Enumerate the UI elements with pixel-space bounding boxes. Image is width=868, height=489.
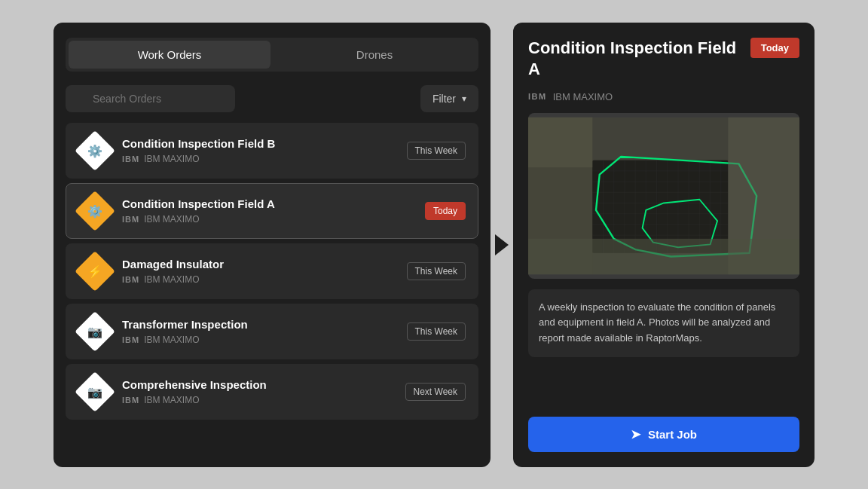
detail-ibm-logo: IBM <box>528 92 547 101</box>
order-item-2[interactable]: ⚡ Damaged Insulator IBM IBM MAXIMO This … <box>66 243 478 299</box>
order-icon-1: ⚙️ <box>78 194 112 228</box>
filter-button[interactable]: Filter ▾ <box>420 85 478 112</box>
detail-source-name: IBM MAXIMO <box>553 91 613 102</box>
order-title-4: Comprehensive Inspection <box>122 378 395 391</box>
order-badge-3: This Week <box>407 322 466 341</box>
order-icon-4: 📷 <box>78 375 112 408</box>
order-badge-1: Today <box>425 202 466 220</box>
gear-icon: ⚙️ <box>87 143 102 157</box>
description: A weekly inspection to evaluate the cond… <box>528 289 799 357</box>
order-item-3[interactable]: 📷 Transformer Inspection IBM IBM MAXIMO … <box>66 304 478 359</box>
order-info-4: Comprehensive Inspection IBM IBM MAXIMO <box>122 378 395 405</box>
svg-rect-28 <box>528 239 799 274</box>
order-title-1: Condition Inspection Field A <box>122 197 414 210</box>
order-item-0[interactable]: ⚙️ Condition Inspection Field B IBM IBM … <box>66 123 478 179</box>
order-item-4[interactable]: 📷 Comprehensive Inspection IBM IBM MAXIM… <box>66 364 478 420</box>
ibm-logo-2: IBM <box>122 275 139 284</box>
order-icon-0: ⚙️ <box>78 134 112 167</box>
ibm-logo-0: IBM <box>122 154 139 164</box>
map-svg <box>528 113 799 279</box>
order-info-2: Damaged Insulator IBM IBM MAXIMO <box>122 258 396 285</box>
order-source-name-3: IBM MAXIMO <box>144 335 199 345</box>
order-source-0: IBM IBM MAXIMO <box>122 154 396 164</box>
left-panel: Work Orders Drones 🔍 Filter ▾ ⚙️ <box>53 23 491 467</box>
map-area <box>528 113 799 279</box>
search-row: 🔍 Filter ▾ <box>66 85 478 112</box>
ibm-logo-4: IBM <box>122 396 139 405</box>
order-info-1: Condition Inspection Field A IBM IBM MAX… <box>122 197 414 225</box>
order-badge-4: Next Week <box>405 383 466 401</box>
order-source-3: IBM IBM MAXIMO <box>122 335 396 345</box>
detail-source: IBM IBM MAXIMO <box>528 91 799 102</box>
start-job-label: Start Job <box>648 428 697 441</box>
filter-label: Filter <box>432 93 456 105</box>
order-source-1: IBM IBM MAXIMO <box>122 214 414 225</box>
order-source-name-0: IBM MAXIMO <box>144 154 199 164</box>
order-icon-3: 📷 <box>78 315 112 348</box>
order-list: ⚙️ Condition Inspection Field B IBM IBM … <box>66 123 478 420</box>
order-info-3: Transformer Inspection IBM IBM MAXIMO <box>122 318 396 345</box>
order-badge-0: This Week <box>407 142 466 160</box>
connector-arrow <box>491 234 513 255</box>
start-job-button[interactable]: ➤ Start Job <box>528 417 799 452</box>
detail-title: Condition Inspection Field A <box>528 38 741 81</box>
lightning-icon: ⚡ <box>87 264 102 278</box>
order-source-name-1: IBM MAXIMO <box>144 214 199 225</box>
search-wrapper: 🔍 <box>66 85 414 112</box>
navigation-icon: ➤ <box>631 427 640 442</box>
search-input[interactable] <box>66 85 235 112</box>
tab-work-orders[interactable]: Work Orders <box>69 41 270 69</box>
order-source-name-2: IBM MAXIMO <box>144 274 199 285</box>
detail-header: Condition Inspection Field A Today <box>528 38 799 81</box>
gear-icon-selected: ⚙️ <box>87 203 102 218</box>
order-title-2: Damaged Insulator <box>122 258 396 270</box>
order-source-2: IBM IBM MAXIMO <box>122 274 396 285</box>
order-title-0: Condition Inspection Field B <box>122 137 396 150</box>
camera-icon-3: 📷 <box>87 324 102 338</box>
ibm-logo-3: IBM <box>122 335 139 344</box>
order-item-1[interactable]: ⚙️ Condition Inspection Field A IBM IBM … <box>66 183 478 239</box>
detail-panel: Condition Inspection Field A Today IBM I… <box>513 23 815 467</box>
ibm-logo-1: IBM <box>122 215 139 224</box>
arrow-icon <box>495 234 509 255</box>
order-badge-2: This Week <box>407 262 466 280</box>
order-source-4: IBM IBM MAXIMO <box>122 395 395 405</box>
order-source-name-4: IBM MAXIMO <box>144 395 199 405</box>
order-info-0: Condition Inspection Field B IBM IBM MAX… <box>122 137 396 164</box>
tab-bar: Work Orders Drones <box>66 38 478 72</box>
order-title-3: Transformer Inspection <box>122 318 396 331</box>
detail-badge: Today <box>750 38 799 58</box>
order-icon-2: ⚡ <box>78 255 112 288</box>
chevron-down-icon: ▾ <box>462 93 466 104</box>
camera-icon-4: 📷 <box>87 384 102 399</box>
tab-drones[interactable]: Drones <box>274 41 475 69</box>
